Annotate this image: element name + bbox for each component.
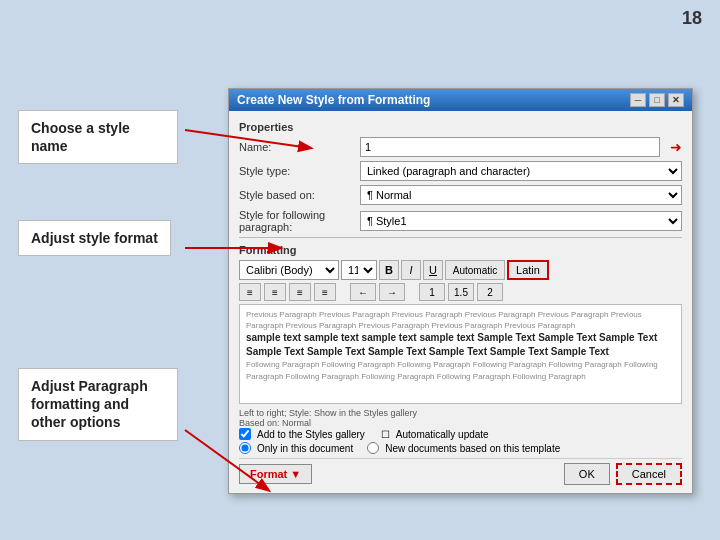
auto-update-label: Automatically update <box>396 429 489 440</box>
font-name-select[interactable]: Calibri (Body) <box>239 260 339 280</box>
font-toolbar: Calibri (Body) 11 B I U Automatic Latin <box>239 260 682 280</box>
font-size-select[interactable]: 11 <box>341 260 377 280</box>
only-doc-label: Only in this document <box>257 443 353 454</box>
name-label: Name: <box>239 141 354 153</box>
bold-button[interactable]: B <box>379 260 399 280</box>
only-doc-radio[interactable] <box>239 442 251 454</box>
maximize-button[interactable]: □ <box>649 93 665 107</box>
name-row: Name: ➜ <box>239 137 682 157</box>
font-color-button[interactable]: Automatic <box>445 260 505 280</box>
line-spacing-15-button[interactable]: 1.5 <box>448 283 474 301</box>
style-following-select-wrapper: ¶ Style1 <box>360 211 682 231</box>
line-spacing-2-button[interactable]: 2 <box>477 283 503 301</box>
style-following-row: Style for following paragraph: ¶ Style1 <box>239 209 682 233</box>
style-following-label: Style for following paragraph: <box>239 209 354 233</box>
close-button[interactable]: ✕ <box>668 93 684 107</box>
alignment-toolbar: ≡ ≡ ≡ ≡ ← → 1 1.5 2 <box>239 283 682 301</box>
style-based-row: Style based on: ¶ Normal <box>239 185 682 205</box>
preview-area: Previous Paragraph Previous Paragraph Pr… <box>239 304 682 404</box>
style-type-row: Style type: Linked (paragraph and charac… <box>239 161 682 181</box>
add-gallery-label: Add to the Styles gallery <box>257 429 365 440</box>
minimize-button[interactable]: ─ <box>630 93 646 107</box>
option-only-doc-row: Only in this document New documents base… <box>239 442 682 454</box>
dialog-title: Create New Style from Formatting <box>237 93 430 107</box>
properties-label: Properties <box>239 121 682 133</box>
dialog-footer: Format ▼ OK Cancel <box>239 458 682 485</box>
dialog-title-bar: Create New Style from Formatting ─ □ ✕ <box>229 89 692 111</box>
style-type-select-wrapper: Linked (paragraph and character) <box>360 161 682 181</box>
ok-button[interactable]: OK <box>564 463 610 485</box>
indent-decrease-button[interactable]: ← <box>350 283 376 301</box>
underline-button[interactable]: U <box>423 260 443 280</box>
italic-button[interactable]: I <box>401 260 421 280</box>
preview-after-text: Following Paragraph Following Paragraph … <box>246 359 675 381</box>
preview-sample-text: sample text sample text sample text samp… <box>246 331 675 359</box>
add-gallery-checkbox[interactable] <box>239 428 251 440</box>
style-based-select-wrapper: ¶ Normal <box>360 185 682 205</box>
annotation-adjust-paragraph: Adjust Paragraph formatting and other op… <box>18 368 178 441</box>
new-docs-label: New documents based on this template <box>385 443 560 454</box>
align-center-button[interactable]: ≡ <box>264 283 286 301</box>
preview-before-text: Previous Paragraph Previous Paragraph Pr… <box>246 309 675 331</box>
annotation-choose-style: Choose a style name <box>18 110 178 164</box>
annotation-adjust-format: Adjust style format <box>18 220 171 256</box>
align-right-button[interactable]: ≡ <box>289 283 311 301</box>
style-following-select[interactable]: ¶ Style1 <box>360 211 682 231</box>
cancel-button[interactable]: Cancel <box>616 463 682 485</box>
ok-cancel-buttons: OK Cancel <box>564 463 682 485</box>
style-based-label: Style based on: <box>239 189 354 201</box>
option-add-gallery-row: Add to the Styles gallery ☐ Automaticall… <box>239 428 682 440</box>
style-type-select[interactable]: Linked (paragraph and character) <box>360 161 682 181</box>
formatting-label: Formatting <box>239 244 682 256</box>
options-section: Add to the Styles gallery ☐ Automaticall… <box>239 428 682 454</box>
indent-increase-button[interactable]: → <box>379 283 405 301</box>
align-justify-button[interactable]: ≡ <box>314 283 336 301</box>
style-description: Left to right; Style: Show in the Styles… <box>239 408 682 428</box>
font-lang-button[interactable]: Latin <box>507 260 549 280</box>
line-spacing-1-button[interactable]: 1 <box>419 283 445 301</box>
dialog-body: Properties Name: ➜ Style type: Linked (p… <box>229 111 692 493</box>
align-left-button[interactable]: ≡ <box>239 283 261 301</box>
formatting-section: Formatting Calibri (Body) 11 B I U Autom… <box>239 237 682 428</box>
name-input[interactable] <box>360 137 660 157</box>
slide-number: 18 <box>682 8 702 29</box>
window-controls: ─ □ ✕ <box>630 93 684 107</box>
style-based-select[interactable]: ¶ Normal <box>360 185 682 205</box>
style-type-label: Style type: <box>239 165 354 177</box>
new-docs-radio[interactable] <box>367 442 379 454</box>
format-button[interactable]: Format ▼ <box>239 464 312 484</box>
create-style-dialog: Create New Style from Formatting ─ □ ✕ P… <box>228 88 693 494</box>
